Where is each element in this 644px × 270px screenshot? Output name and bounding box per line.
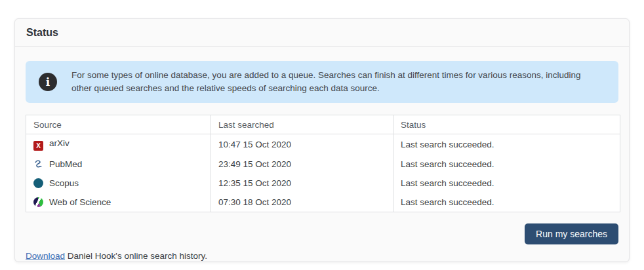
- table-header-row: Source Last searched Status: [26, 115, 620, 134]
- column-header-last-searched: Last searched: [211, 115, 393, 134]
- queue-info-alert: i For some types of online database, you…: [26, 61, 618, 103]
- download-line-text: Daniel Hook's online search history.: [65, 251, 207, 261]
- source-name: arXiv: [49, 138, 70, 148]
- source-cell: XarXiv: [26, 134, 211, 155]
- queue-info-text: For some types of online database, you a…: [71, 69, 605, 95]
- source-name: PubMed: [49, 159, 82, 169]
- table-row: PubMed23:49 15 Oct 2020Last search succe…: [26, 155, 620, 174]
- status-cell: Last search succeeded.: [393, 174, 620, 193]
- status-panel: Status i For some types of online databa…: [14, 18, 630, 262]
- last-searched-cell: 07:30 18 Oct 2020: [211, 193, 393, 212]
- column-header-status: Status: [393, 115, 620, 134]
- pubmed-icon: [33, 159, 43, 169]
- sources-table: Source Last searched Status XarXiv10:47 …: [26, 115, 620, 212]
- page-title: Status: [26, 27, 58, 38]
- source-cell: Scopus: [26, 174, 211, 193]
- web-of-science-icon: [33, 197, 43, 207]
- status-panel-body: i For some types of online database, you…: [15, 47, 629, 261]
- last-searched-cell: 12:35 15 Oct 2020: [211, 174, 393, 193]
- column-header-source: Source: [26, 115, 211, 134]
- table-row: Scopus12:35 15 Oct 2020Last search succe…: [26, 174, 620, 193]
- status-cell: Last search succeeded.: [393, 134, 620, 155]
- scopus-icon: [33, 178, 43, 188]
- status-cell: Last search succeeded.: [393, 193, 620, 212]
- info-icon: i: [39, 73, 57, 91]
- source-cell: Web of Science: [26, 193, 211, 212]
- actions-row: Run my searches: [26, 223, 618, 244]
- arxiv-icon: X: [33, 141, 43, 151]
- source-name: Web of Science: [49, 197, 111, 207]
- table-row: Web of Science07:30 18 Oct 2020Last sear…: [26, 193, 620, 212]
- source-name: Scopus: [49, 178, 79, 188]
- status-panel-header: Status: [15, 19, 629, 47]
- last-searched-cell: 23:49 15 Oct 2020: [211, 155, 393, 174]
- run-my-searches-button[interactable]: Run my searches: [525, 223, 618, 244]
- table-row: XarXiv10:47 15 Oct 2020Last search succe…: [26, 134, 620, 155]
- sources-table-body: XarXiv10:47 15 Oct 2020Last search succe…: [26, 134, 620, 212]
- download-line: Download Daniel Hook's online search his…: [26, 251, 618, 261]
- source-cell: PubMed: [26, 155, 211, 174]
- last-searched-cell: 10:47 15 Oct 2020: [211, 134, 393, 155]
- status-cell: Last search succeeded.: [393, 155, 620, 174]
- download-link[interactable]: Download: [26, 251, 65, 261]
